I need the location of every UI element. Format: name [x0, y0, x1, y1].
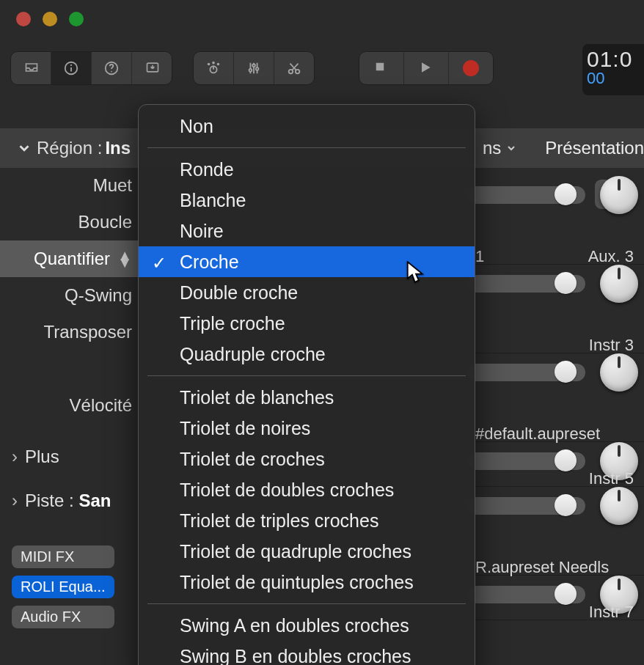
svg-rect-21 [376, 63, 384, 71]
smart-controls-button[interactable] [194, 52, 234, 84]
volume-slider[interactable] [468, 586, 585, 603]
editors-button[interactable] [274, 52, 314, 84]
slider-thumb[interactable] [555, 583, 577, 605]
view-label: Présentation [545, 138, 644, 158]
track-name: #default.aupreset [475, 425, 634, 444]
pan-knob[interactable] [600, 176, 638, 214]
region-value[interactable]: Ins [105, 138, 131, 158]
menu-item[interactable]: Ronde [139, 154, 475, 185]
menu-item[interactable]: Triolet de croches [139, 444, 475, 474]
menu-item-label: Triolet de blanches [180, 387, 334, 408]
menu-item[interactable]: Triolet de quadruple croches [139, 536, 475, 567]
svg-point-10 [218, 64, 219, 65]
slider-thumb[interactable] [555, 272, 577, 294]
prop-label: Quantifier [34, 249, 110, 269]
record-icon [463, 60, 479, 76]
prop-boucle[interactable]: Boucle [0, 204, 139, 240]
piste-label: Piste : [25, 491, 74, 511]
chevron-right-icon: › [12, 447, 18, 467]
menu-item[interactable]: Triple croche [139, 308, 475, 339]
track-preset: R.aupreset [475, 558, 555, 576]
plus-disclosure[interactable]: › Plus [0, 440, 139, 474]
menu-item[interactable]: Noire [139, 216, 475, 246]
menu-item[interactable]: ✓Croche [139, 246, 475, 277]
help-button[interactable] [92, 52, 132, 84]
slider-thumb[interactable] [555, 361, 577, 383]
sidebar-footer: › Plus › Piste : San [0, 440, 139, 518]
menu-item[interactable]: Swing B en doubles croches [139, 641, 475, 665]
prop-velocite[interactable]: Vélocité [0, 387, 139, 424]
track-name: Aux. 3 [588, 247, 634, 265]
time-display[interactable]: 01:0 00 [582, 44, 644, 95]
svg-point-2 [70, 65, 72, 66]
mixer-button[interactable] [234, 52, 274, 84]
prop-qswing[interactable]: Q-Swing [0, 277, 139, 314]
inspector-button[interactable] [51, 52, 92, 84]
menu-item[interactable]: Quadruple croche [139, 339, 475, 370]
menu-item[interactable]: Triolet de blanches [139, 382, 475, 413]
slider-thumb[interactable] [555, 183, 577, 205]
chevron-down-icon [505, 142, 517, 154]
volume-slider[interactable] [468, 364, 585, 381]
slider-thumb[interactable] [555, 449, 577, 471]
menu-item-label: Swing A en doubles croches [180, 615, 409, 636]
app-window: 01:0 00 Région : Ins ns Présentation [0, 0, 644, 665]
prop-label: Muet [93, 175, 132, 196]
pan-knob[interactable] [600, 353, 638, 392]
menu-item-label: Triolet de noires [180, 418, 310, 438]
slider-thumb[interactable] [555, 494, 577, 516]
pan-knob[interactable] [600, 487, 638, 525]
chevron-down-icon[interactable] [16, 140, 32, 156]
track-name: Needls [559, 558, 609, 576]
zoom-window-button[interactable] [69, 12, 84, 26]
tools-toolbar-group [193, 51, 315, 85]
stop-button[interactable] [359, 52, 404, 84]
prop-transposer[interactable]: Transposer [0, 314, 139, 350]
view-popup[interactable]: Présentation [539, 138, 644, 158]
prop-quantifier[interactable]: Quantifier ▲▼ [0, 240, 139, 277]
stepper-icon: ▲▼ [117, 251, 132, 266]
prop-label: Q-Swing [65, 285, 132, 306]
volume-slider[interactable] [468, 186, 585, 204]
record-button[interactable] [449, 52, 493, 84]
minimize-window-button[interactable] [43, 12, 57, 26]
track-headers: 1Aux. 3 Instr 3 #default.aupreset Instr … [468, 176, 644, 650]
audiofx-slot[interactable]: Audio FX [12, 606, 114, 628]
menu-item[interactable]: Triolet de noires [139, 413, 475, 444]
prop-label: Vélocité [70, 395, 132, 416]
library-button[interactable] [11, 52, 51, 84]
volume-slider[interactable] [468, 497, 585, 515]
menu-item[interactable]: Blanche [139, 185, 475, 216]
menu-item[interactable]: Triolet de quintuples croches [139, 567, 475, 598]
menu-item-label: Triolet de croches [180, 449, 325, 469]
track-name: Instr 5 [589, 469, 634, 488]
play-icon [418, 60, 434, 76]
plugin-slot[interactable]: ROLI Equa... [12, 576, 114, 598]
menu-item[interactable]: Triolet de doubles croches [139, 474, 475, 505]
menu-item[interactable]: Triolet de triples croches [139, 505, 475, 536]
midifx-slot[interactable]: MIDI FX [12, 545, 114, 568]
functions-label: ns [483, 138, 501, 158]
play-button[interactable] [404, 52, 449, 84]
track-row[interactable]: Instr 7 [468, 620, 644, 650]
main-toolbar [10, 47, 644, 89]
pan-knob[interactable] [600, 265, 638, 303]
volume-slider[interactable] [468, 452, 585, 470]
quantize-menu[interactable]: NonRondeBlancheNoire✓CrocheDouble croche… [138, 104, 475, 665]
info-icon [63, 60, 79, 76]
piste-disclosure[interactable]: › Piste : San [0, 484, 139, 518]
menu-item-label: Triolet de quadruple croches [180, 541, 411, 562]
menu-item[interactable]: Double croche [139, 277, 475, 308]
prop-muet[interactable]: Muet [0, 167, 139, 204]
menu-item[interactable]: Non [139, 111, 475, 142]
menu-item-label: Triolet de doubles croches [180, 480, 394, 500]
volume-slider[interactable] [468, 275, 585, 293]
menu-item[interactable]: Swing A en doubles croches [139, 610, 475, 641]
left-toolbar-group [10, 51, 172, 85]
toolbar-import-button[interactable] [132, 52, 172, 84]
svg-marker-22 [422, 62, 431, 72]
functions-popup[interactable]: ns [477, 138, 523, 158]
prop-label: Transposer [44, 322, 133, 342]
close-window-button[interactable] [16, 12, 31, 26]
stop-icon [373, 60, 389, 76]
